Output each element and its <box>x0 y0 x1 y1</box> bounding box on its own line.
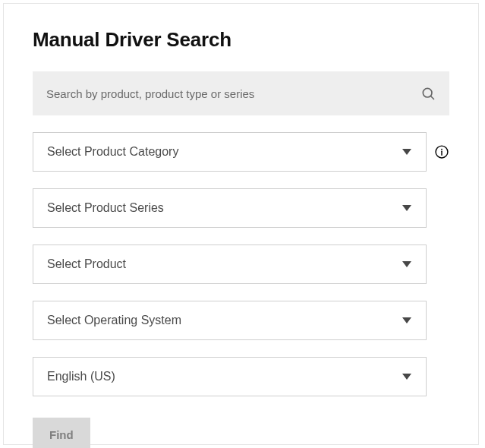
page-title: Manual Driver Search <box>33 28 449 52</box>
select-label: Select Operating System <box>47 314 181 327</box>
product-row: Select Product <box>33 245 449 284</box>
select-label: Select Product <box>47 257 126 271</box>
svg-line-1 <box>431 96 434 99</box>
svg-marker-6 <box>402 205 411 211</box>
search-icon[interactable] <box>420 86 436 101</box>
select-product[interactable]: Select Product <box>33 245 427 284</box>
product-category-row: Select Product Category <box>33 132 449 172</box>
svg-marker-7 <box>402 261 411 267</box>
select-product-category[interactable]: Select Product Category <box>33 132 427 172</box>
svg-marker-9 <box>402 374 411 380</box>
select-operating-system[interactable]: Select Operating System <box>33 301 427 340</box>
language-row: English (US) <box>33 357 449 396</box>
caret-down-icon <box>402 317 412 324</box>
select-label: English (US) <box>47 370 115 383</box>
driver-search-card: Manual Driver Search Select Product Cate… <box>3 3 479 445</box>
caret-down-icon <box>402 148 412 156</box>
operating-system-row: Select Operating System <box>33 301 449 340</box>
product-series-row: Select Product Series <box>33 188 449 228</box>
caret-down-icon <box>402 204 412 212</box>
search-input[interactable] <box>46 87 420 100</box>
caret-down-icon <box>402 373 412 380</box>
select-label: Select Product Series <box>47 201 164 215</box>
search-container <box>33 71 449 115</box>
info-icon[interactable] <box>434 144 449 159</box>
svg-marker-8 <box>402 317 411 323</box>
select-label: Select Product Category <box>47 145 178 159</box>
select-product-series[interactable]: Select Product Series <box>33 188 427 228</box>
select-language[interactable]: English (US) <box>33 357 427 396</box>
find-button[interactable]: Find <box>33 418 90 448</box>
caret-down-icon <box>402 260 412 268</box>
svg-point-4 <box>441 149 442 150</box>
svg-marker-2 <box>402 149 411 155</box>
